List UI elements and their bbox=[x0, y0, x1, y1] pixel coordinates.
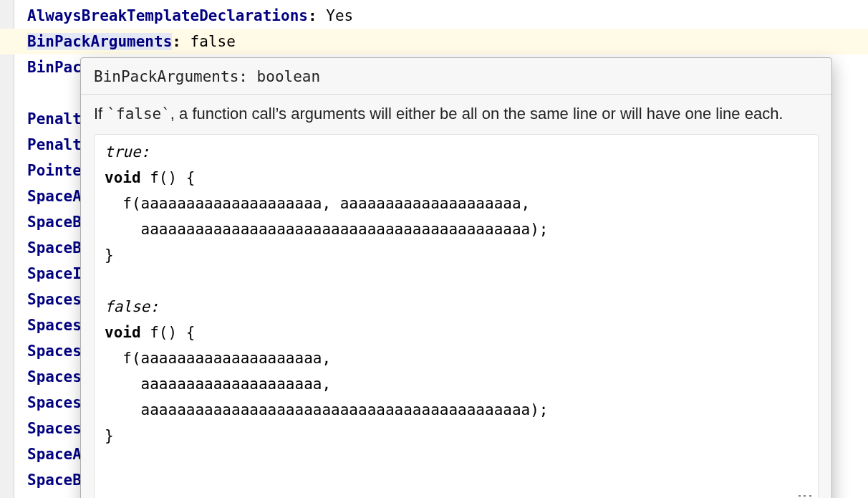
config-key: SpaceI bbox=[27, 265, 82, 282]
popup-description: If `false`, a function call’s arguments … bbox=[94, 103, 819, 125]
config-key: Penalt bbox=[27, 136, 82, 153]
code-line[interactable]: AlwaysBreakTemplateDeclarations: Yes bbox=[27, 3, 868, 29]
popup-body: If `false`, a function call’s arguments … bbox=[81, 95, 831, 498]
colon: : bbox=[308, 7, 317, 24]
config-key: BinPackArguments bbox=[27, 33, 172, 50]
config-key: BinPac bbox=[27, 59, 82, 76]
popup-description-suffix: , a function call’s arguments will eithe… bbox=[170, 105, 783, 123]
popup-description-prefix: If bbox=[94, 105, 107, 123]
config-key: SpaceA bbox=[27, 188, 82, 205]
config-key: Spaces bbox=[27, 343, 82, 360]
config-key: AlwaysBreakTemplateDeclarations bbox=[27, 7, 308, 24]
code-line[interactable]: BinPackArguments: false bbox=[14, 29, 868, 54]
colon: : bbox=[172, 33, 181, 50]
popup-description-code: `false` bbox=[107, 105, 170, 123]
gutter-current-line-marker bbox=[0, 29, 14, 54]
config-key: SpaceB bbox=[27, 214, 82, 231]
popup-signature: BinPackArguments: boolean bbox=[81, 58, 831, 95]
editor-gutter bbox=[0, 0, 14, 498]
config-key: Spaces bbox=[27, 291, 82, 308]
popup-signature-type: boolean bbox=[257, 68, 321, 85]
config-key: SpaceB bbox=[27, 239, 82, 257]
config-key: Pointe bbox=[27, 162, 82, 179]
documentation-popup: BinPackArguments: boolean If `false`, a … bbox=[80, 57, 832, 498]
popup-signature-colon: : bbox=[238, 68, 248, 85]
popup-signature-key: BinPackArguments bbox=[94, 68, 238, 85]
config-key: Penalt bbox=[27, 110, 82, 128]
popup-code-example: true: void f() { f(aaaaaaaaaaaaaaaaaaaa,… bbox=[94, 134, 819, 498]
more-icon[interactable]: ⋮ bbox=[797, 488, 813, 498]
config-key: Spaces bbox=[27, 317, 82, 334]
config-value: Yes bbox=[326, 7, 353, 24]
config-key: Spaces bbox=[27, 420, 82, 437]
config-key: Spaces bbox=[27, 368, 82, 386]
config-value: false bbox=[191, 33, 236, 50]
config-key: Spaces bbox=[27, 394, 82, 411]
